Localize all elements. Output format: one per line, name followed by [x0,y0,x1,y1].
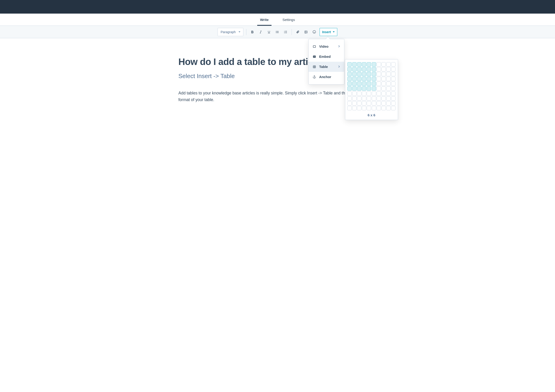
table-picker-cell[interactable] [362,92,366,96]
table-picker-cell[interactable] [386,67,391,71]
table-picker-cell[interactable] [357,96,361,101]
tab-settings[interactable]: Settings [283,14,295,26]
table-picker-cell[interactable] [367,86,371,91]
table-picker-cell[interactable] [377,92,381,96]
table-picker-cell[interactable] [362,67,366,71]
table-picker-cell[interactable] [391,72,395,76]
underline-button[interactable] [266,29,272,35]
table-picker-cell[interactable] [347,96,352,101]
table-picker-cell[interactable] [347,67,352,71]
table-picker-cell[interactable] [352,77,357,81]
table-picker-cell[interactable] [372,101,376,106]
table-picker-cell[interactable] [347,101,352,106]
table-picker-cell[interactable] [352,72,357,76]
table-picker-cell[interactable] [367,92,371,96]
table-picker-cell[interactable] [377,67,381,71]
bullet-list-button[interactable] [274,29,280,35]
table-picker-cell[interactable] [367,82,371,86]
table-picker-cell[interactable] [357,92,361,96]
bold-button[interactable] [249,29,256,35]
table-picker-cell[interactable] [386,106,391,110]
table-picker-cell[interactable] [391,106,395,110]
table-picker-cell[interactable] [386,62,391,67]
table-picker-cell[interactable] [362,86,366,91]
table-picker-cell[interactable] [377,77,381,81]
table-picker-cell[interactable] [352,101,357,106]
table-picker-cell[interactable] [357,106,361,110]
insert-menu-anchor[interactable]: Anchor [309,72,344,82]
table-picker-cell[interactable] [381,86,386,91]
table-picker-cell[interactable] [381,67,386,71]
table-picker-cell[interactable] [367,101,371,106]
table-picker-cell[interactable] [386,72,391,76]
table-picker-cell[interactable] [352,96,357,101]
table-picker-cell[interactable] [367,72,371,76]
table-picker-cell[interactable] [367,67,371,71]
table-picker-cell[interactable] [386,101,391,106]
table-picker-cell[interactable] [347,106,352,110]
table-picker-cell[interactable] [377,86,381,91]
table-picker-cell[interactable] [391,67,395,71]
table-picker-cell[interactable] [372,92,376,96]
table-picker-cell[interactable] [362,96,366,101]
table-picker-cell[interactable] [386,82,391,86]
table-picker-cell[interactable] [357,77,361,81]
table-picker-cell[interactable] [347,77,352,81]
table-picker-cell[interactable] [372,62,376,67]
table-picker-cell[interactable] [381,96,386,101]
table-picker-cell[interactable] [372,96,376,101]
image-button[interactable] [303,29,309,35]
table-picker-cell[interactable] [357,86,361,91]
insert-menu-video[interactable]: Video [309,42,344,52]
insert-menu-embed[interactable]: </> Embed [309,52,344,62]
table-picker-cell[interactable] [352,62,357,67]
table-picker-cell[interactable] [367,106,371,110]
table-picker-cell[interactable] [362,62,366,67]
table-picker-cell[interactable] [372,67,376,71]
table-picker-cell[interactable] [381,101,386,106]
table-picker-cell[interactable] [391,77,395,81]
table-picker-cell[interactable] [381,77,386,81]
table-picker-cell[interactable] [391,62,395,67]
table-picker-cell[interactable] [362,106,366,110]
table-picker-cell[interactable] [357,62,361,67]
table-picker-cell[interactable] [352,106,357,110]
table-picker-cell[interactable] [362,77,366,81]
table-picker-cell[interactable] [372,77,376,81]
table-picker-cell[interactable] [352,67,357,71]
table-picker-cell[interactable] [377,101,381,106]
emoji-button[interactable] [311,29,318,35]
table-picker-cell[interactable] [372,86,376,91]
table-picker-cell[interactable] [377,62,381,67]
table-picker-cell[interactable] [352,92,357,96]
table-picker-cell[interactable] [391,101,395,106]
table-picker-cell[interactable] [367,96,371,101]
table-picker-cell[interactable] [377,96,381,101]
table-picker-cell[interactable] [367,77,371,81]
table-picker-cell[interactable] [391,96,395,101]
table-picker-cell[interactable] [357,67,361,71]
table-picker-cell[interactable] [357,82,361,86]
table-picker-cell[interactable] [352,86,357,91]
table-picker-grid[interactable] [347,62,396,111]
paragraph-style-select[interactable]: Paragraph [218,28,243,36]
attachment-button[interactable] [295,29,301,35]
table-picker-cell[interactable] [352,82,357,86]
table-picker-cell[interactable] [347,86,352,91]
table-picker-cell[interactable] [391,92,395,96]
table-picker-cell[interactable] [372,72,376,76]
tab-write[interactable]: Write [260,14,269,26]
table-picker-cell[interactable] [362,101,366,106]
table-picker-cell[interactable] [357,72,361,76]
table-picker-cell[interactable] [347,92,352,96]
table-picker-cell[interactable] [386,77,391,81]
table-picker-cell[interactable] [372,82,376,86]
table-picker-cell[interactable] [391,82,395,86]
italic-button[interactable] [257,29,264,35]
table-picker-cell[interactable] [386,96,391,101]
table-picker-cell[interactable] [362,72,366,76]
table-picker-cell[interactable] [381,62,386,67]
table-picker-cell[interactable] [386,86,391,91]
table-picker-cell[interactable] [357,101,361,106]
table-picker-cell[interactable] [377,82,381,86]
